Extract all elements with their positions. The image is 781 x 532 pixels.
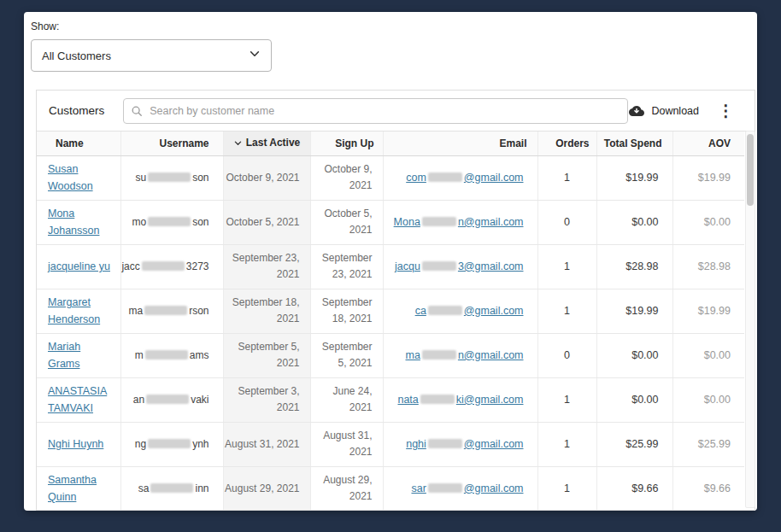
customer-email-link[interactable]: sar@gmail.com <box>411 482 523 494</box>
customer-name-link[interactable]: Mona Johansson <box>48 208 99 237</box>
orders-cell: 1 <box>537 155 596 200</box>
customer-email-link[interactable]: Monan@gmail.com <box>394 216 524 228</box>
email-suffix: n@gmail.com <box>458 349 524 361</box>
username-prefix: jacc <box>121 260 139 272</box>
username-suffix: son <box>192 216 208 228</box>
name-cell: ANASTASIA TAMVAKI <box>37 377 120 422</box>
table-row: Mariah Grams mams September 5, 2021 Sept… <box>37 333 744 377</box>
last-active-cell: October 9, 2021 <box>223 155 310 200</box>
download-label: Download <box>651 105 699 117</box>
email-prefix: sar <box>411 482 426 494</box>
scrollbar-thumb[interactable] <box>747 134 754 206</box>
username-suffix: ynh <box>192 438 208 450</box>
total-spend-cell: $0.00 <box>596 333 672 377</box>
search-icon <box>131 105 143 117</box>
customer-email-link[interactable]: man@gmail.com <box>406 349 524 361</box>
email-prefix: nata <box>397 394 418 406</box>
email-prefix: jacqu <box>395 260 420 272</box>
sign-up-cell: October 9, 2021 <box>310 155 383 200</box>
username-cell: mams <box>120 333 223 377</box>
card-title: Customers <box>49 104 104 117</box>
username-cell: marson <box>120 289 223 333</box>
customer-name-link[interactable]: jacqueline yu <box>48 260 110 272</box>
email-suffix: @gmail.com <box>464 172 524 184</box>
customer-name-link[interactable]: Nghi Huynh <box>48 438 103 450</box>
customer-email-link[interactable]: com@gmail.com <box>406 172 523 184</box>
email-suffix: 3@gmail.com <box>458 260 524 272</box>
total-spend-cell: $25.99 <box>596 422 672 466</box>
email-suffix: @gmail.com <box>464 305 524 317</box>
email-cell: sar@gmail.com <box>383 466 537 511</box>
name-cell: jacqueline yu <box>37 244 120 289</box>
email-prefix: ca <box>415 305 426 317</box>
orders-cell: 1 <box>537 466 596 511</box>
download-button[interactable]: Download <box>628 103 699 119</box>
customer-name-link[interactable]: Margaret Henderson <box>48 296 100 325</box>
customer-filter-dropdown[interactable]: All Customers <box>31 39 272 72</box>
orders-cell: 0 <box>537 333 596 377</box>
aov-cell: $25.99 <box>672 422 744 466</box>
sign-up-cell: October 5, 2021 <box>310 200 383 244</box>
dropdown-selected-value: All Customers <box>42 50 111 62</box>
column-header-total-spend[interactable]: Total Spend <box>596 132 672 155</box>
customer-email-link[interactable]: ca@gmail.com <box>415 305 524 317</box>
email-suffix: @gmail.com <box>464 482 524 494</box>
customer-email-link[interactable]: nghi@gmail.com <box>406 438 523 450</box>
column-header-sign-up[interactable]: Sign Up <box>310 132 383 155</box>
kebab-menu-icon[interactable]: ⋮ <box>718 102 734 119</box>
customer-name-link[interactable]: Mariah Grams <box>48 341 80 370</box>
column-header-orders[interactable]: Orders <box>537 132 596 155</box>
username-suffix: inn <box>195 482 208 494</box>
username-cell: jacc3273 <box>120 244 223 289</box>
cloud-download-icon <box>628 103 645 119</box>
name-cell: Margaret Henderson <box>37 289 120 333</box>
aov-cell: $9.66 <box>672 466 744 511</box>
table-row: Nghi Huynh ngynh August 31, 2021 August … <box>37 422 744 466</box>
orders-cell: 0 <box>537 200 596 244</box>
username-cell: suson <box>120 155 223 200</box>
redacted-blur <box>428 172 462 182</box>
column-header-username[interactable]: Username <box>120 132 223 155</box>
name-cell: Susan Woodson <box>37 155 120 200</box>
email-prefix: com <box>406 172 426 184</box>
username-prefix: an <box>133 394 144 406</box>
last-active-cell: September 3, 2021 <box>223 377 310 422</box>
customer-email-link[interactable]: jacqu3@gmail.com <box>395 260 524 272</box>
redacted-blur <box>422 350 456 360</box>
username-suffix: vaki <box>191 394 208 406</box>
username-suffix: rson <box>189 305 208 317</box>
column-header-aov[interactable]: AOV <box>672 132 744 155</box>
search-wrap <box>123 98 628 124</box>
orders-cell: 1 <box>537 289 596 333</box>
search-input[interactable] <box>123 98 628 124</box>
customer-name-link[interactable]: ANASTASIA TAMVAKI <box>48 385 107 414</box>
email-suffix: n@gmail.com <box>458 216 524 228</box>
name-cell: Mariah Grams <box>37 333 120 377</box>
total-spend-cell: $0.00 <box>596 377 672 422</box>
username-prefix: ng <box>135 438 146 450</box>
customers-table: Name Username Last Active Sign Up Email … <box>37 132 744 511</box>
username-suffix: 3273 <box>186 260 209 272</box>
column-header-name[interactable]: Name <box>37 132 120 155</box>
username-cell: moson <box>120 200 223 244</box>
customer-email-link[interactable]: nataki@gmail.com <box>397 394 523 406</box>
scrollbar[interactable] <box>745 131 755 508</box>
main-panel: Show: All Customers Customers Download ⋮ <box>24 12 757 511</box>
total-spend-cell: $19.99 <box>596 289 672 333</box>
total-spend-cell: $0.00 <box>596 200 672 244</box>
column-header-last-active[interactable]: Last Active <box>223 132 310 155</box>
total-spend-cell: $28.98 <box>596 244 672 289</box>
sign-up-cell: August 29, 2021 <box>310 466 383 511</box>
customers-card: Customers Download ⋮ Name Username <box>36 90 755 511</box>
name-cell: Samantha Quinn <box>37 466 120 511</box>
username-cell: anvaki <box>120 377 223 422</box>
username-prefix: m <box>135 349 144 361</box>
redacted-blur <box>148 217 191 226</box>
customer-name-link[interactable]: Samantha Quinn <box>48 474 97 503</box>
customer-name-link[interactable]: Susan Woodson <box>48 163 93 192</box>
redacted-blur <box>422 261 456 271</box>
column-header-email[interactable]: Email <box>383 132 537 155</box>
customers-toolbar: Customers Download ⋮ <box>37 91 755 132</box>
redacted-blur <box>145 350 188 360</box>
email-cell: Monan@gmail.com <box>383 200 537 244</box>
